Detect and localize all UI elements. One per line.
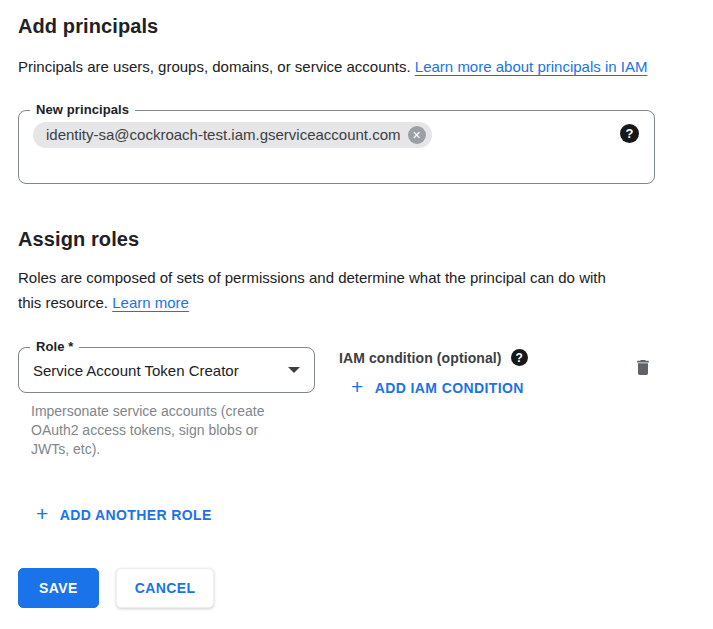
learn-more-roles-link[interactable]: Learn more (112, 294, 189, 311)
role-helper-text: Impersonate service accounts (create OAu… (31, 402, 299, 459)
plus-icon: + (36, 507, 49, 521)
add-another-role-button[interactable]: + ADD ANOTHER ROLE (28, 501, 220, 529)
learn-more-principals-link[interactable]: Learn more about principals in IAM (415, 58, 648, 75)
footer-actions: SAVE CANCEL (18, 568, 214, 608)
cancel-button[interactable]: CANCEL (116, 568, 215, 608)
role-select-value: Service Account Token Creator (33, 362, 278, 379)
iam-condition-label-row: IAM condition (optional) ? (339, 349, 532, 366)
principals-help-icon[interactable]: ? (620, 124, 639, 143)
delete-role-button[interactable] (631, 355, 655, 383)
role-select-label: Role * (30, 339, 79, 354)
intro-text-static: Principals are users, groups, domains, o… (18, 58, 415, 75)
principal-chip: identity-sa@cockroach-test.iam.gservicea… (33, 122, 432, 148)
new-principals-field[interactable]: New principals identity-sa@cockroach-tes… (18, 110, 655, 184)
chip-remove-icon[interactable]: ✕ (408, 126, 426, 144)
intro-text: Principals are users, groups, domains, o… (18, 54, 664, 79)
new-principals-label: New principals (30, 102, 135, 117)
role-select[interactable]: Role * Service Account Token Creator (18, 347, 315, 393)
trash-icon (633, 366, 653, 381)
roles-description: Roles are composed of sets of permission… (18, 265, 614, 315)
page-title: Add principals (18, 15, 695, 38)
assign-roles-title: Assign roles (18, 228, 695, 251)
iam-condition-help-icon[interactable]: ? (511, 349, 528, 366)
iam-condition-label: IAM condition (optional) (339, 350, 502, 366)
plus-icon: + (351, 380, 364, 394)
role-column: Role * Service Account Token Creator Imp… (18, 347, 315, 459)
add-iam-condition-label: ADD IAM CONDITION (375, 380, 524, 396)
save-button[interactable]: SAVE (18, 568, 99, 608)
add-principals-panel: Add principals Principals are users, gro… (0, 0, 713, 529)
chevron-down-icon (288, 367, 300, 373)
iam-condition-column: IAM condition (optional) ? + ADD IAM CON… (339, 347, 532, 402)
add-iam-condition-button[interactable]: + ADD IAM CONDITION (343, 374, 532, 402)
roles-description-static: Roles are composed of sets of permission… (18, 269, 606, 311)
role-row: Role * Service Account Token Creator Imp… (18, 347, 655, 459)
principal-chip-text: identity-sa@cockroach-test.iam.gservicea… (46, 126, 401, 144)
add-another-role-label: ADD ANOTHER ROLE (60, 507, 212, 523)
